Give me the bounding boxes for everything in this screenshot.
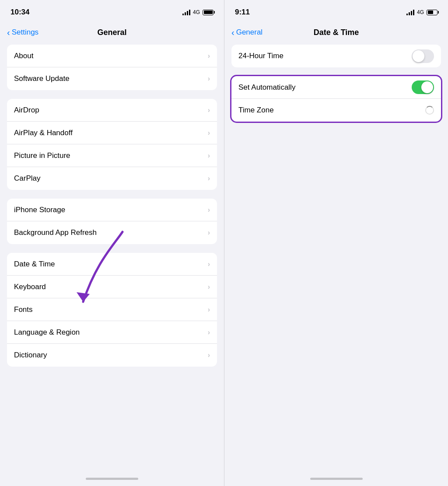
- airdrop-row[interactable]: AirDrop ›: [7, 99, 217, 122]
- right-nav-bar: ‹ General Date & Time: [224, 22, 448, 45]
- dictionary-row[interactable]: Dictionary ›: [7, 344, 217, 367]
- software-update-row[interactable]: Software Update ›: [7, 67, 217, 90]
- dictionary-chevron-icon: ›: [208, 351, 210, 359]
- right-battery-icon: [427, 10, 438, 15]
- time-format-group: 24-Hour Time: [231, 45, 441, 67]
- picture-in-picture-label: Picture in Picture: [14, 151, 70, 160]
- fonts-row[interactable]: Fonts ›: [7, 298, 217, 321]
- iphone-storage-row[interactable]: iPhone Storage ›: [7, 199, 217, 221]
- left-back-label: Settings: [12, 28, 38, 37]
- 24-hour-toggle[interactable]: [412, 49, 434, 63]
- settings-group-1: About › Software Update ›: [7, 45, 217, 90]
- right-home-indicator: [224, 471, 448, 486]
- airdrop-label: AirDrop: [14, 106, 39, 115]
- right-back-label: General: [236, 28, 262, 37]
- carplay-label: CarPlay: [14, 174, 40, 183]
- set-automatically-label: Set Automatically: [238, 83, 295, 92]
- time-zone-spinner-icon: [425, 106, 434, 115]
- right-signal-label: 4G: [417, 9, 424, 15]
- about-row[interactable]: About ›: [7, 45, 217, 67]
- software-update-chevron-icon: ›: [208, 75, 210, 83]
- settings-group-4: Date & Time › Keyboard › Fonts › Languag…: [7, 253, 217, 367]
- left-phone-panel: 10:34 4G ‹ Settings General: [0, 0, 224, 486]
- language-region-label: Language & Region: [14, 328, 80, 337]
- airplay-chevron-icon: ›: [208, 129, 210, 137]
- airplay-handoff-label: AirPlay & Handoff: [14, 129, 73, 137]
- right-content: 24-Hour Time Set Automatically Time Zone: [224, 45, 448, 471]
- left-back-button[interactable]: ‹ Settings: [7, 28, 38, 37]
- pip-chevron-icon: ›: [208, 152, 210, 160]
- left-nav-title: General: [97, 28, 126, 37]
- set-automatically-toggle[interactable]: [412, 80, 434, 94]
- right-time: 9:11: [235, 8, 250, 17]
- keyboard-row[interactable]: Keyboard ›: [7, 276, 217, 298]
- dictionary-label: Dictionary: [14, 351, 47, 360]
- fonts-label: Fonts: [14, 305, 33, 314]
- battery-icon: [203, 10, 214, 15]
- 24-hour-label: 24-Hour Time: [238, 52, 284, 60]
- language-chevron-icon: ›: [208, 329, 210, 336]
- about-chevron-icon: ›: [208, 52, 210, 60]
- right-back-arrow-icon: ‹: [231, 28, 234, 37]
- background-app-refresh-row[interactable]: Background App Refresh ›: [7, 221, 217, 244]
- right-status-icons: 4G: [406, 9, 438, 15]
- software-update-label: Software Update: [14, 74, 70, 83]
- 24-hour-toggle-knob: [413, 50, 424, 62]
- set-automatically-row[interactable]: Set Automatically: [231, 76, 441, 99]
- right-status-bar: 9:11 4G: [224, 0, 448, 22]
- back-arrow-icon: ‹: [7, 28, 10, 37]
- picture-in-picture-row[interactable]: Picture in Picture ›: [7, 144, 217, 167]
- left-signal-label: 4G: [193, 9, 200, 15]
- left-time: 10:34: [10, 8, 29, 17]
- right-nav-title: Date & Time: [314, 28, 359, 37]
- right-signal-bars-icon: [406, 9, 414, 15]
- time-zone-row[interactable]: Time Zone: [231, 99, 441, 122]
- datetime-chevron-icon: ›: [208, 260, 210, 268]
- airplay-handoff-row[interactable]: AirPlay & Handoff ›: [7, 122, 217, 144]
- date-time-label: Date & Time: [14, 260, 55, 269]
- left-content: About › Software Update › AirDrop › AirP…: [0, 45, 224, 471]
- right-phone-panel: 9:11 4G ‹ General Date & Time: [224, 0, 448, 486]
- keyboard-chevron-icon: ›: [208, 283, 210, 291]
- about-label: About: [14, 52, 33, 60]
- 24-hour-time-row[interactable]: 24-Hour Time: [231, 45, 441, 67]
- left-nav-bar: ‹ Settings General: [0, 22, 224, 45]
- iphone-storage-label: iPhone Storage: [14, 206, 65, 214]
- language-region-row[interactable]: Language & Region ›: [7, 321, 217, 344]
- keyboard-label: Keyboard: [14, 283, 46, 291]
- settings-group-2: AirDrop › AirPlay & Handoff › Picture in…: [7, 99, 217, 190]
- background-app-refresh-label: Background App Refresh: [14, 228, 97, 237]
- storage-chevron-icon: ›: [208, 206, 210, 214]
- settings-group-3: iPhone Storage › Background App Refresh …: [7, 199, 217, 244]
- left-status-icons: 4G: [182, 9, 214, 15]
- set-automatically-toggle-knob: [421, 81, 433, 93]
- time-zone-label: Time Zone: [238, 106, 274, 115]
- carplay-chevron-icon: ›: [208, 175, 210, 182]
- airdrop-chevron-icon: ›: [208, 106, 210, 114]
- right-back-button[interactable]: ‹ General: [231, 28, 262, 37]
- carplay-row[interactable]: CarPlay ›: [7, 167, 217, 190]
- auto-time-group: Set Automatically Time Zone: [231, 76, 441, 122]
- bar-chevron-icon: ›: [208, 229, 210, 237]
- fonts-chevron-icon: ›: [208, 306, 210, 314]
- left-home-indicator: [0, 471, 224, 486]
- signal-bars-icon: [182, 9, 190, 15]
- date-time-row[interactable]: Date & Time ›: [7, 253, 217, 276]
- left-status-bar: 10:34 4G: [0, 0, 224, 22]
